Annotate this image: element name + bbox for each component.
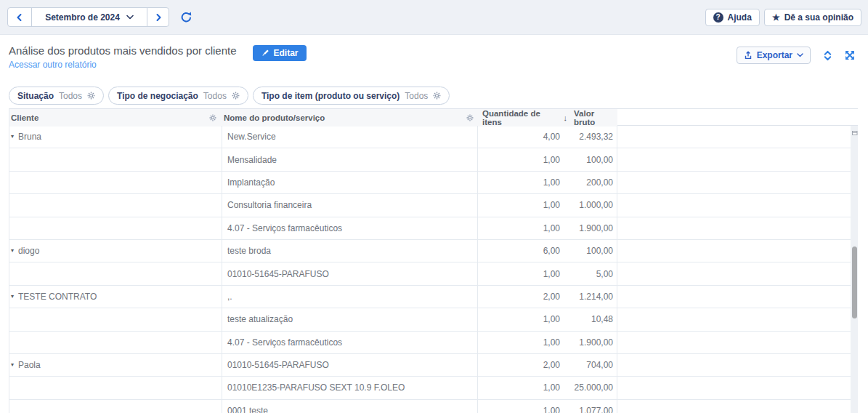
- gear-icon[interactable]: [466, 114, 474, 121]
- quantity-cell: 1,00: [478, 217, 567, 239]
- product-cell: 4.07 - Serviços farmacêuticos: [222, 217, 478, 239]
- empty-cell: [617, 262, 851, 284]
- product-cell: ,.: [222, 286, 478, 308]
- export-button[interactable]: Exportar: [737, 47, 811, 64]
- empty-cell: [617, 194, 851, 216]
- other-report-link[interactable]: Acessar outro relatório: [9, 60, 97, 70]
- scrollbar-thumb[interactable]: [852, 246, 857, 318]
- table-row[interactable]: ▾ 01010E1235-PARAFUSO SEXT 10.9 F.OLEO 1…: [9, 377, 851, 399]
- quantity-cell: 4,00: [478, 126, 567, 148]
- empty-cell: [617, 286, 851, 308]
- quantity-cell: 1,00: [478, 194, 567, 216]
- value-cell: 200,00: [567, 172, 617, 193]
- vertical-scrollbar[interactable]: [851, 126, 858, 413]
- filter-label: Tipo de item (produto ou serviço): [261, 91, 399, 101]
- column-label: Quantidade de itens: [482, 109, 560, 127]
- chevron-down-icon: [797, 53, 803, 57]
- empty-cell: [617, 377, 851, 398]
- filter-pill-tipo-item[interactable]: Tipo de item (produto ou serviço) Todos: [253, 87, 450, 105]
- collapse-triangle-icon[interactable]: ▾: [11, 134, 14, 140]
- star-icon: ★: [772, 13, 780, 22]
- value-cell: 704,00: [567, 354, 617, 376]
- period-label: Setembro de 2024: [45, 12, 120, 23]
- quantity-cell: 1,00: [478, 148, 567, 170]
- value-cell: 10,48: [567, 308, 617, 330]
- feedback-label: Dê a sua opinião: [784, 12, 853, 23]
- fullscreen-icon: [845, 50, 855, 60]
- title-row: Análise dos produtos mais vendidos por c…: [9, 44, 868, 71]
- help-icon: ?: [713, 12, 723, 23]
- table-row[interactable]: ▾ TESTE CONTRATO ,. 2,00 1.214,00: [9, 286, 851, 308]
- value-cell: 2.493,32: [567, 126, 617, 148]
- table-row[interactable]: ▾ teste atualização 1,00 10,48: [9, 308, 851, 331]
- empty-cell: [617, 126, 851, 148]
- table-row[interactable]: ▾ diogo teste broda 6,00 100,00: [9, 240, 851, 262]
- help-label: Ajuda: [728, 12, 752, 23]
- table-body: ▾ Bruna New.Service 4,00 2.493,32 ▾ Mens…: [9, 126, 858, 413]
- feedback-button[interactable]: ★ Dê a sua opinião: [764, 9, 861, 26]
- quantity-cell: 2,00: [478, 354, 567, 376]
- empty-cell: [617, 354, 851, 376]
- double-chevron-vertical-icon: [823, 50, 832, 61]
- column-header-quantidade[interactable]: Quantidade de itens ↓: [478, 109, 567, 127]
- product-cell: New.Service: [222, 126, 478, 148]
- collapse-triangle-icon[interactable]: ▾: [11, 362, 14, 368]
- table-row[interactable]: ▾ 0001 teste 1,00 1.077,00: [9, 400, 851, 413]
- client-cell: ▾: [9, 377, 222, 398]
- help-button[interactable]: ? Ajuda: [705, 9, 760, 26]
- client-cell: ▾ TESTE CONTRATO: [9, 286, 222, 308]
- quantity-cell: 1,00: [478, 377, 567, 398]
- empty-cell: [617, 400, 851, 413]
- export-label: Exportar: [757, 50, 792, 60]
- table-row[interactable]: ▾ Implantação 1,00 200,00: [9, 172, 851, 194]
- quantity-cell: 1,00: [478, 308, 567, 330]
- collapse-triangle-icon[interactable]: ▾: [11, 248, 14, 254]
- value-cell: 1.077,00: [567, 400, 617, 413]
- client-name: Paola: [18, 360, 41, 370]
- column-header-valor-bruto[interactable]: Valor bruto: [567, 109, 617, 127]
- fullscreen-button[interactable]: [845, 50, 855, 60]
- value-cell: 1.900,00: [567, 332, 617, 353]
- table-row[interactable]: ▾ Mensalidade 1,00 100,00: [9, 148, 851, 171]
- empty-cell: [617, 332, 851, 353]
- header-filler: [617, 109, 858, 127]
- client-cell: ▾ diogo: [9, 240, 222, 262]
- refresh-button[interactable]: [180, 11, 192, 23]
- product-cell: 01010-51645-PARAFUSO: [222, 262, 478, 284]
- table-row[interactable]: ▾ Consultoria financeira 1,00 1.000,00: [9, 194, 851, 217]
- gear-icon[interactable]: [209, 114, 216, 121]
- filter-label: Tipo de negociação: [117, 91, 198, 101]
- empty-cell: [617, 217, 851, 239]
- column-header-produto[interactable]: Nome do produto/serviço: [222, 109, 478, 127]
- table-row[interactable]: ▾ 01010-51645-PARAFUSO 1,00 5,00: [9, 262, 851, 285]
- empty-cell: [617, 308, 851, 330]
- prev-month-button[interactable]: [7, 7, 32, 27]
- table-row[interactable]: ▾ 4.07 - Serviços farmacêuticos 1,00 1.9…: [9, 332, 851, 354]
- client-cell: ▾: [9, 332, 222, 353]
- edit-button[interactable]: Editar: [253, 45, 307, 61]
- column-header-cliente[interactable]: Cliente: [9, 109, 222, 127]
- client-cell: ▾ Paola: [9, 354, 222, 376]
- gear-icon: [433, 92, 441, 100]
- product-cell: 4.07 - Serviços farmacêuticos: [222, 332, 478, 353]
- filter-pill-tipo-negociacao[interactable]: Tipo de negociação Todos: [108, 87, 248, 105]
- next-month-button[interactable]: [147, 7, 169, 27]
- empty-cell: [617, 240, 851, 262]
- period-selector[interactable]: Setembro de 2024: [31, 7, 147, 27]
- table-row[interactable]: ▾ Paola 01010-51645-PARAFUSO 2,00 704,00: [9, 354, 851, 377]
- client-name: Bruna: [18, 132, 41, 142]
- quantity-cell: 1,00: [478, 400, 567, 413]
- page-title: Análise dos produtos mais vendidos por c…: [9, 44, 237, 57]
- topbar-actions: ? Ajuda ★ Dê a sua opinião: [705, 9, 861, 26]
- table-row[interactable]: ▾ Bruna New.Service 4,00 2.493,32: [9, 126, 851, 148]
- filter-pill-situacao[interactable]: Situação Todos: [9, 87, 104, 105]
- empty-cell: [617, 172, 851, 193]
- value-cell: 25.000,00: [567, 377, 617, 398]
- table-row[interactable]: ▾ 4.07 - Serviços farmacêuticos 1,00 1.9…: [9, 217, 851, 240]
- grid-corner-icon: [852, 130, 858, 136]
- client-name: diogo: [18, 246, 39, 256]
- chevron-right-icon: [154, 13, 163, 22]
- collapse-triangle-icon[interactable]: ▾: [11, 294, 14, 300]
- value-cell: 1.900,00: [567, 217, 617, 239]
- expand-collapse-rows-button[interactable]: [823, 50, 832, 61]
